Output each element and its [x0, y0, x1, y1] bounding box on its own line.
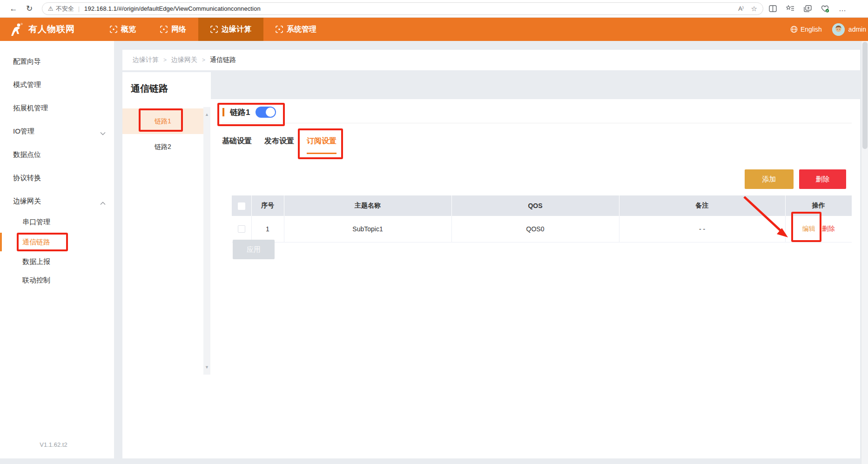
brand-title: 有人物联网 [28, 23, 75, 35]
section-accent-bar [222, 108, 224, 116]
link-name: 链路1 [230, 107, 250, 118]
link-list-item-1[interactable]: 链路1 [122, 108, 203, 134]
cell-topic: SubTopic1 [284, 216, 451, 242]
read-aloud-icon[interactable]: A) [738, 5, 743, 12]
sidebar-item-communication-link[interactable]: 通信链路 [0, 237, 114, 248]
toggle-knob [266, 108, 275, 117]
table-header-row: 序号 主题名称 QOS 备注 操作 [232, 195, 852, 216]
security-label[interactable]: 不安全 [56, 5, 74, 13]
sidebar-item-data-points[interactable]: 数据点位 [0, 150, 114, 160]
delete-link[interactable]: 删除 [822, 225, 835, 232]
scroll-up-icon[interactable]: ▲ [203, 111, 210, 118]
page-scrollbar[interactable] [861, 41, 868, 464]
cell-remark: - - [619, 216, 785, 242]
brand-logo: 有人物联网 [0, 22, 98, 36]
link-list-item-2[interactable]: 链路2 [122, 134, 203, 160]
list-scrollbar[interactable]: ▲ ▼ [203, 107, 210, 375]
sidebar-item-label: 串口管理 [22, 218, 50, 227]
add-button[interactable]: 添加 [745, 169, 794, 189]
subscribe-topic-table: 序号 主题名称 QOS 备注 操作 1 SubTopic1 QOS0 - - 编… [232, 195, 852, 242]
scan-frame-icon [160, 26, 168, 33]
breadcrumb-edge-computing[interactable]: 边缘计算 [133, 56, 159, 64]
app-header: 有人物联网 概览 网络 边缘计算 系统管理 English admin [0, 18, 868, 41]
column-header-index: 序号 [251, 195, 284, 216]
settings-tabs: 基础设置 发布设置 订阅设置 [222, 136, 349, 154]
sidebar-item-label: IO管理 [13, 127, 34, 136]
select-all-checkbox[interactable] [238, 202, 245, 210]
sidebar-item-label: 通信链路 [22, 238, 50, 247]
sidebar-item-config-wizard[interactable]: 配置向导 [0, 57, 114, 67]
language-label: English [801, 26, 822, 33]
divider [222, 123, 852, 123]
firmware-version: V1.1.62.t2 [0, 441, 107, 448]
sidebar: 配置向导 模式管理 拓展机管理 IO管理 数据点位 协议转换 边缘网关 串口管理… [0, 41, 114, 458]
sidebar-item-data-report[interactable]: 数据上报 [0, 257, 114, 267]
not-secure-warning-icon: ⚠ [48, 5, 54, 12]
favorites-bar-icon[interactable] [786, 5, 794, 12]
breadcrumb-edge-gateway[interactable]: 边缘网关 [171, 56, 197, 64]
nav-label: 边缘计算 [222, 25, 251, 34]
browser-toolbar: ← ↻ ⚠ 不安全 | 192.168.1.1/#/origin/default… [0, 0, 868, 18]
breadcrumb: 边缘计算 > 边缘网关 > 通信链路 [122, 50, 860, 70]
column-header-qos: QOS [451, 195, 619, 216]
sidebar-item-edge-gateway[interactable]: 边缘网关 [0, 196, 114, 207]
settings-more-icon[interactable]: … [839, 5, 847, 13]
edit-link[interactable]: 编辑 [802, 225, 815, 232]
tab-publish-settings[interactable]: 发布设置 [264, 136, 294, 154]
sidebar-item-label: 模式管理 [13, 81, 41, 89]
row-checkbox[interactable] [238, 225, 245, 233]
sidebar-item-label: 拓展机管理 [13, 104, 48, 113]
page-title: 通信链路 [122, 72, 211, 95]
sidebar-item-label: 联动控制 [22, 276, 50, 285]
link-list-panel: 通信链路 链路1 链路2 ▲ ▼ [122, 72, 211, 458]
sidebar-item-io-management[interactable]: IO管理 [0, 127, 114, 137]
sidebar-item-label: 协议转换 [13, 174, 41, 182]
nav-tab-system-management[interactable]: 系统管理 [263, 18, 329, 41]
sidebar-item-label: 配置向导 [13, 57, 41, 66]
main-nav: 概览 网络 边缘计算 系统管理 [98, 18, 329, 41]
breadcrumb-separator: > [163, 57, 167, 63]
favorite-star-icon[interactable]: ☆ [751, 5, 757, 13]
back-icon[interactable]: ← [6, 4, 21, 13]
language-switcher[interactable]: English [790, 26, 822, 33]
url-text[interactable]: 192.168.1.1/#/origin/defaultEdge/ViewCom… [84, 5, 261, 12]
link-enable-toggle[interactable] [256, 107, 276, 118]
apply-button[interactable]: 应用 [233, 240, 275, 259]
sidebar-item-serial-management[interactable]: 串口管理 [0, 217, 114, 228]
chevron-down-icon [100, 129, 106, 137]
divider: | [78, 5, 80, 12]
sidebar-item-label: 边缘网关 [13, 197, 41, 206]
user-menu[interactable]: admin [832, 23, 866, 36]
tab-basic-settings[interactable]: 基础设置 [222, 136, 252, 154]
split-screen-icon[interactable] [769, 5, 777, 12]
delete-button[interactable]: 删除 [799, 169, 846, 189]
scan-frame-icon [276, 26, 283, 33]
scrollbar-thumb[interactable] [862, 42, 868, 149]
nav-tab-network[interactable]: 网络 [148, 18, 198, 41]
link-detail-panel: 链路1 基础设置 发布设置 订阅设置 添加 删除 序号 主题名称 QOS 备注 … [211, 99, 860, 458]
globe-icon [790, 26, 798, 33]
sidebar-item-expansion-management[interactable]: 拓展机管理 [0, 103, 114, 114]
nav-tab-overview[interactable]: 概览 [98, 18, 148, 41]
browser-essentials-icon[interactable] [821, 5, 829, 13]
cell-index: 1 [251, 216, 284, 242]
nav-tab-edge-computing[interactable]: 边缘计算 [198, 18, 263, 41]
breadcrumb-current: 通信链路 [210, 56, 236, 64]
nav-label: 网络 [171, 25, 186, 34]
address-bar[interactable]: ⚠ 不安全 | 192.168.1.1/#/origin/defaultEdge… [42, 2, 763, 15]
scan-frame-icon [110, 26, 117, 33]
sidebar-item-mode-management[interactable]: 模式管理 [0, 80, 114, 90]
collections-icon[interactable] [804, 5, 812, 12]
content-area: 边缘计算 > 边缘网关 > 通信链路 通信链路 链路1 链路2 ▲ ▼ 链路1 … [114, 41, 861, 464]
scroll-down-icon[interactable]: ▼ [203, 363, 210, 371]
sidebar-item-label: 数据点位 [13, 150, 41, 159]
refresh-icon[interactable]: ↻ [21, 4, 37, 13]
tab-subscribe-settings[interactable]: 订阅设置 [307, 136, 336, 154]
sidebar-item-protocol-conversion[interactable]: 协议转换 [0, 173, 114, 183]
column-header-action: 操作 [785, 195, 852, 216]
column-header-remark: 备注 [619, 195, 785, 216]
sidebar-item-linkage-control[interactable]: 联动控制 [0, 276, 114, 286]
usr-person-logo-icon [10, 22, 24, 36]
user-name: admin [848, 26, 866, 33]
table-row: 1 SubTopic1 QOS0 - - 编辑 删除 [232, 216, 852, 242]
